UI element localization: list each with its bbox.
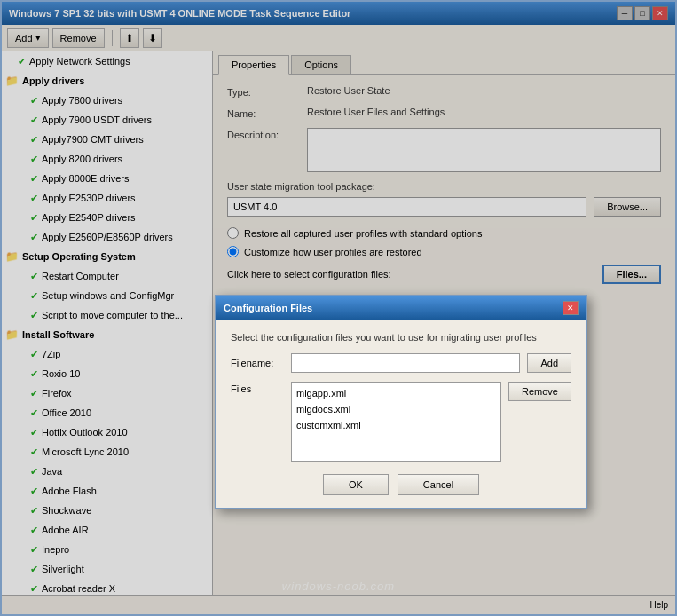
files-list[interactable]: migapp.xml migdocs.xml customxml.xml xyxy=(291,382,501,462)
ok-button[interactable]: OK xyxy=(323,474,389,495)
filename-row: Filename: Add xyxy=(231,353,571,373)
list-item[interactable]: migdocs.xml xyxy=(296,401,496,417)
filename-label: Filename: xyxy=(231,358,284,368)
remove-file-button[interactable]: Remove xyxy=(508,382,571,401)
configuration-files-dialog: Configuration Files ✕ Select the configu… xyxy=(215,295,587,509)
main-window: Windows 7 SP1 32 bits with USMT 4 ONLINE… xyxy=(0,0,677,616)
dialog-buttons: OK Cancel xyxy=(231,474,571,495)
dialog-title-text: Configuration Files xyxy=(224,303,312,313)
dialog-description: Select the configuration files you want … xyxy=(231,332,571,343)
add-file-button[interactable]: Add xyxy=(527,353,571,373)
list-item[interactable]: customxml.xml xyxy=(296,417,496,433)
dialog-title-bar: Configuration Files ✕ xyxy=(216,296,586,320)
filename-input[interactable] xyxy=(291,353,520,373)
dialog-body: Select the configuration files you want … xyxy=(216,320,586,508)
cancel-button[interactable]: Cancel xyxy=(398,474,479,495)
list-item[interactable]: migapp.xml xyxy=(296,385,496,401)
files-label: Files xyxy=(231,382,284,394)
modal-backdrop: Configuration Files ✕ Select the configu… xyxy=(2,2,675,614)
dialog-close-button[interactable]: ✕ xyxy=(563,301,579,315)
files-row: Files migapp.xml migdocs.xml customxml.x… xyxy=(231,382,571,462)
